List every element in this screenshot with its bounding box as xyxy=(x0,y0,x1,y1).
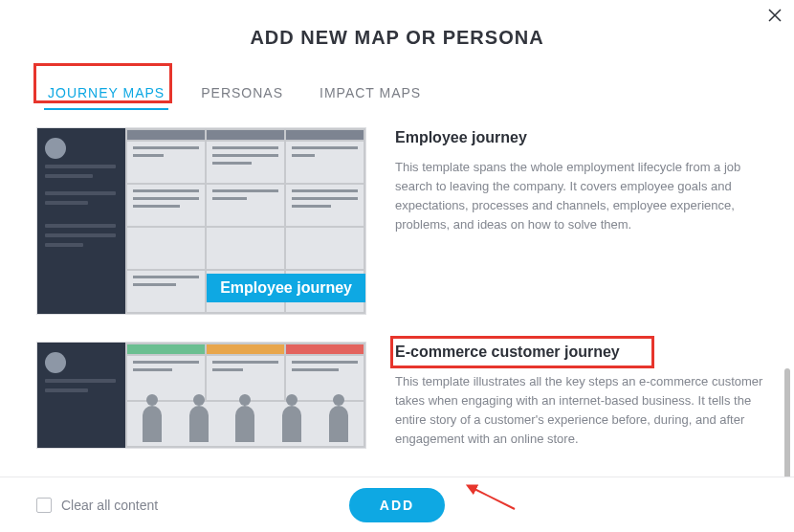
template-row: Employee journey Employee journey This t… xyxy=(36,127,779,315)
tab-impact-maps[interactable]: IMPACT MAPS xyxy=(316,79,425,110)
template-info-ecommerce: E-commerce customer journey This templat… xyxy=(395,342,779,450)
template-row: E-commerce customer journey This templat… xyxy=(36,342,779,450)
clear-all-label: Clear all content xyxy=(61,498,158,513)
template-title: E-commerce customer journey xyxy=(395,344,779,361)
tab-personas[interactable]: PERSONAS xyxy=(197,79,287,110)
modal-title: ADD NEW MAP OR PERSONA xyxy=(0,0,794,49)
modal-footer: Clear all content ADD xyxy=(0,477,794,532)
scrollbar-thumb[interactable] xyxy=(784,368,790,477)
template-info-employee: Employee journey This template spans the… xyxy=(395,127,779,315)
template-title: Employee journey xyxy=(395,129,779,146)
template-thumb-ecommerce[interactable] xyxy=(36,342,366,449)
add-map-modal: ADD NEW MAP OR PERSONA JOURNEY MAPS PERS… xyxy=(0,0,794,532)
tabs-bar: JOURNEY MAPS PERSONAS IMPACT MAPS xyxy=(0,49,794,123)
template-description: This template illustrates all the key st… xyxy=(395,372,779,450)
add-button[interactable]: ADD xyxy=(349,488,445,522)
checkbox-icon xyxy=(36,498,52,513)
template-thumb-employee[interactable]: Employee journey xyxy=(36,127,366,315)
template-description: This template spans the whole employment… xyxy=(395,158,779,235)
svg-line-0 xyxy=(473,488,515,509)
tab-journey-maps[interactable]: JOURNEY MAPS xyxy=(44,79,168,110)
clear-all-checkbox[interactable]: Clear all content xyxy=(36,498,158,513)
templates-scroll-area[interactable]: Employee journey Employee journey This t… xyxy=(0,123,794,477)
close-icon[interactable] xyxy=(767,8,783,27)
annotation-arrow-icon xyxy=(465,480,522,515)
thumb-label: Employee journey xyxy=(207,274,365,302)
